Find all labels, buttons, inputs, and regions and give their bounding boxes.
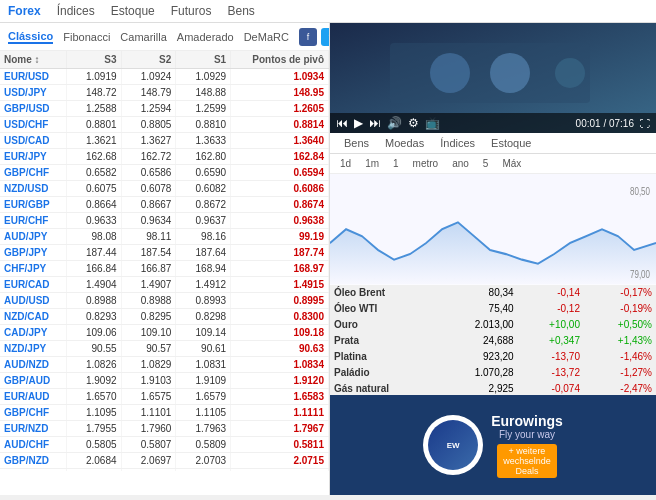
asset-price: 2,925: [438, 380, 518, 395]
prev-button[interactable]: ⏮: [336, 116, 348, 130]
asset-row[interactable]: Platina923,20-13,70-1,46%: [330, 348, 656, 364]
table-row[interactable]: EUR/CHF0.96330.96340.96370.9638: [0, 213, 329, 229]
asset-name: Ouro: [330, 316, 438, 332]
asset-row[interactable]: Paládio1.070,28-13,72-1,27%: [330, 364, 656, 380]
col-header-s1[interactable]: S1: [176, 51, 231, 69]
table-row[interactable]: EUR/NZD1.79551.79601.79631.7967: [0, 421, 329, 437]
assets-table: Óleo Brent80,34-0,14-0,17%Óleo WTI75,40-…: [330, 285, 656, 396]
asset-changepct: -1,46%: [584, 348, 656, 364]
asset-change: -13,70: [518, 348, 584, 364]
asset-change: -0,14: [518, 285, 584, 301]
table-row[interactable]: USD/CNY7.15017.15077.15187.1524: [0, 469, 329, 472]
table-row[interactable]: GBP/AUD1.90921.91031.91091.9120: [0, 373, 329, 389]
svg-point-2: [430, 53, 470, 93]
table-row[interactable]: AUD/JPY98.0898.1198.1699.19: [0, 229, 329, 245]
topnav-item-indices[interactable]: Índices: [57, 4, 95, 18]
table-row[interactable]: NZD/JPY90.5590.5790.6190.63: [0, 341, 329, 357]
facebook-icon[interactable]: f: [299, 28, 317, 46]
asset-row[interactable]: Gás natural2,925-0,074-2,47%: [330, 380, 656, 395]
asset-row[interactable]: Óleo Brent80,34-0,14-0,17%: [330, 285, 656, 301]
volume-icon[interactable]: 🔊: [387, 116, 402, 130]
table-row[interactable]: CHF/JPY166.84166.87168.94168.97: [0, 261, 329, 277]
tab-bens[interactable]: Bens: [336, 133, 377, 153]
next-button[interactable]: ⏭: [369, 116, 381, 130]
table-row[interactable]: USD/JPY148.72148.79148.88148.95: [0, 85, 329, 101]
topnav-item-forex[interactable]: Forex: [8, 4, 41, 18]
asset-name: Paládio: [330, 364, 438, 380]
cast-icon[interactable]: 📺: [425, 116, 440, 130]
chart-time-controls: 1d 1m 1 metro ano 5 Máx: [330, 154, 656, 174]
table-row[interactable]: EUR/AUD1.65701.65751.65791.6583: [0, 389, 329, 405]
asset-change: -0,12: [518, 300, 584, 316]
col-header-s2[interactable]: S2: [121, 51, 176, 69]
time-1[interactable]: 1: [389, 157, 403, 170]
table-row[interactable]: EUR/CAD1.49041.49071.49121.4915: [0, 277, 329, 293]
table-row[interactable]: USD/CAD1.36211.36271.36331.3640: [0, 133, 329, 149]
asset-name: Óleo Brent: [330, 285, 438, 301]
table-row[interactable]: GBP/CHF1.10951.11011.11051.1111: [0, 405, 329, 421]
asset-row[interactable]: Prata24,688+0,347+1,43%: [330, 332, 656, 348]
table-row[interactable]: GBP/NZD2.06842.06972.07032.0715: [0, 453, 329, 469]
asset-row[interactable]: Óleo WTI75,40-0,12-0,19%: [330, 300, 656, 316]
asset-price: 1.070,28: [438, 364, 518, 380]
settings-icon[interactable]: ⚙: [408, 116, 419, 130]
asset-row[interactable]: Ouro2.013,00+10,00+0,50%: [330, 316, 656, 332]
asset-name: Prata: [330, 332, 438, 348]
table-row[interactable]: AUD/CHF0.58050.58070.58090.5811: [0, 437, 329, 453]
top-navigation: Forex Índices Estoque Futuros Bens: [0, 0, 656, 23]
asset-changepct: -1,27%: [584, 364, 656, 380]
tab-moedas[interactable]: Moedas: [377, 133, 432, 153]
asset-price: 75,40: [438, 300, 518, 316]
asset-change: -13,72: [518, 364, 584, 380]
table-row[interactable]: NZD/CAD0.82930.82950.82980.8300: [0, 309, 329, 325]
col-header-pivot[interactable]: Pontos de pivô: [231, 51, 329, 69]
topnav-item-futuros[interactable]: Futuros: [171, 4, 212, 18]
table-row[interactable]: GBP/CHF0.65820.65860.65900.6594: [0, 165, 329, 181]
asset-price: 80,34: [438, 285, 518, 301]
topnav-item-bens[interactable]: Bens: [227, 4, 254, 18]
table-row[interactable]: GBP/JPY187.44187.54187.64187.74: [0, 245, 329, 261]
table-row[interactable]: USD/CHF0.88010.88050.88100.8814: [0, 117, 329, 133]
time-max[interactable]: Máx: [498, 157, 525, 170]
time-1d[interactable]: 1d: [336, 157, 355, 170]
asset-change: -0,074: [518, 380, 584, 395]
svg-text:79,00: 79,00: [630, 267, 650, 280]
subnav-demarc[interactable]: DeMaRC: [244, 31, 289, 43]
tab-estoque[interactable]: Estoque: [483, 133, 539, 153]
asset-changepct: -0,17%: [584, 285, 656, 301]
chart-tabs: Bens Moedas Índices Estoque: [330, 133, 656, 154]
time-metro[interactable]: metro: [409, 157, 443, 170]
table-row[interactable]: CAD/JPY109.06109.10109.14109.18: [0, 325, 329, 341]
asset-price: 923,20: [438, 348, 518, 364]
play-button[interactable]: ▶: [354, 116, 363, 130]
time-ano[interactable]: ano: [448, 157, 473, 170]
col-header-nome[interactable]: Nome ↕: [0, 51, 66, 69]
advertisement[interactable]: EW Eurowings Fly your way + weiterewechs…: [330, 395, 656, 495]
ad-cta[interactable]: + weiterewechselndeDeals: [497, 444, 557, 478]
assets-panel: Óleo Brent80,34-0,14-0,17%Óleo WTI75,40-…: [330, 285, 656, 396]
subnav-fibonacci[interactable]: Fibonacci: [63, 31, 110, 43]
left-panel: Clássico Fibonacci Camarilla Amaderado D…: [0, 23, 330, 495]
col-header-s3[interactable]: S3: [66, 51, 121, 69]
table-row[interactable]: NZD/USD0.60750.60780.60820.6086: [0, 181, 329, 197]
asset-name: Óleo WTI: [330, 300, 438, 316]
video-controls: ⏮ ▶ ⏭ 🔊 ⚙ 📺 00:01 / 07:16 ⛶: [330, 113, 656, 133]
subnav-camarilla[interactable]: Camarilla: [120, 31, 166, 43]
time-5[interactable]: 5: [479, 157, 493, 170]
asset-name: Gás natural: [330, 380, 438, 395]
table-row[interactable]: EUR/GBP0.86640.86670.86720.8674: [0, 197, 329, 213]
asset-price: 2.013,00: [438, 316, 518, 332]
table-row[interactable]: AUD/NZD1.08261.08291.08311.0834: [0, 357, 329, 373]
subnav-amaderado[interactable]: Amaderado: [177, 31, 234, 43]
table-row[interactable]: EUR/USD1.09191.09241.09291.0934: [0, 69, 329, 85]
table-row[interactable]: GBP/USD1.25881.25941.25991.2605: [0, 101, 329, 117]
table-row[interactable]: EUR/JPY162.68162.72162.80162.84: [0, 149, 329, 165]
time-1m[interactable]: 1m: [361, 157, 383, 170]
video-area: ⏮ ▶ ⏭ 🔊 ⚙ 📺 00:01 / 07:16 ⛶: [330, 23, 656, 133]
topnav-item-estoque[interactable]: Estoque: [111, 4, 155, 18]
table-row[interactable]: AUD/USD0.89880.89880.89930.8995: [0, 293, 329, 309]
subnav-classico[interactable]: Clássico: [8, 30, 53, 44]
tab-indices[interactable]: Índices: [432, 133, 483, 153]
twitter-icon[interactable]: t: [321, 28, 330, 46]
fullscreen-icon[interactable]: ⛶: [640, 118, 650, 129]
